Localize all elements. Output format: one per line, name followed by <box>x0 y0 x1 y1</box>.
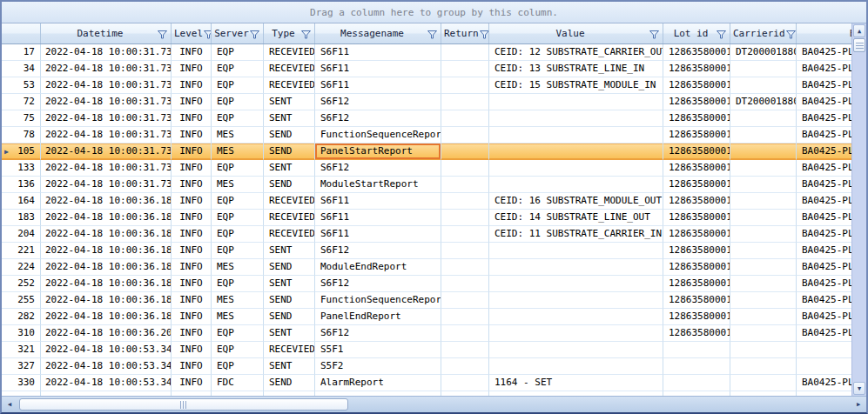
cell-return[interactable] <box>441 226 489 243</box>
cell-type[interactable]: SENT <box>264 358 315 375</box>
scroll-right-button[interactable]: ▶ <box>851 397 865 411</box>
cell-server[interactable]: EQP <box>212 210 264 226</box>
scroll-up-button[interactable]: ▲ <box>853 24 865 37</box>
cell-datetime[interactable]: 2022-04-18 10:00:31.734 <box>41 44 172 61</box>
cell-level[interactable]: INFO <box>172 358 212 375</box>
column-header-messagename[interactable]: Messagename <box>315 23 441 43</box>
cell-level[interactable]: INFO <box>172 61 212 77</box>
cell-level[interactable]: INFO <box>172 276 212 292</box>
cell-datetime[interactable]: 2022-04-18 10:00:31.734 <box>41 144 172 160</box>
cell-server[interactable]: EQP <box>212 276 264 292</box>
cell-level[interactable]: INFO <box>172 160 212 177</box>
cell-value[interactable] <box>489 127 663 144</box>
cell-datetime[interactable]: 2022-04-18 10:00:31.734 <box>41 94 172 110</box>
cell-level[interactable]: INFO <box>172 243 212 259</box>
cell-carrierid[interactable] <box>730 276 797 292</box>
cell-server[interactable]: MES <box>212 127 264 144</box>
table-row[interactable]: 2522022-04-18 10:00:36.188INFOEQPSENTS6F… <box>2 276 866 292</box>
cell-messagename[interactable]: S6F12 <box>315 325 441 342</box>
cell-type[interactable]: RECEVIED <box>264 226 315 243</box>
cell-level[interactable]: INFO <box>172 193 212 210</box>
cell-carrierid[interactable]: DT200001880 <box>730 94 797 110</box>
column-header-server[interactable]: Server <box>212 23 264 43</box>
table-row[interactable]: 2212022-04-18 10:00:36.188INFOEQPSENTS6F… <box>2 243 866 259</box>
cell-level[interactable]: INFO <box>172 144 212 160</box>
cell-value[interactable] <box>489 94 663 110</box>
table-row[interactable]: 3102022-04-18 10:00:36.203INFOEQPSENTS6F… <box>2 325 866 342</box>
cell-lotid[interactable] <box>663 358 730 375</box>
cell-lotid[interactable]: 12863580001B <box>663 259 730 276</box>
horizontal-scroll-thumb[interactable] <box>19 398 348 411</box>
cell-carrierid[interactable] <box>730 177 797 193</box>
cell-value[interactable]: CEID: 12 SUBSTRATE_CARRIER_OUT <box>489 44 663 61</box>
cell-type[interactable]: SEND <box>264 259 315 276</box>
cell-server[interactable]: EQP <box>212 44 264 61</box>
cell-value[interactable] <box>489 144 663 160</box>
cell-messagename[interactable]: S6F12 <box>315 110 441 127</box>
cell-datetime[interactable]: 2022-04-18 10:00:36.188 <box>41 243 172 259</box>
group-by-panel[interactable]: Drag a column here to group by this colu… <box>2 2 866 23</box>
cell-datetime[interactable]: 2022-04-18 10:00:36.188 <box>41 309 172 325</box>
filter-icon[interactable] <box>649 29 660 39</box>
cell-type[interactable]: SEND <box>264 127 315 144</box>
cell-messagename[interactable]: S6F12 <box>315 94 441 110</box>
cell-server[interactable]: MES <box>212 309 264 325</box>
cell-carrierid[interactable] <box>730 144 797 160</box>
cell-level[interactable]: INFO <box>172 292 212 309</box>
filter-icon[interactable] <box>300 29 312 39</box>
cell-datetime[interactable]: 2022-04-18 10:00:36.188 <box>41 259 172 276</box>
filter-icon[interactable] <box>157 29 168 39</box>
cell-server[interactable]: EQP <box>212 160 264 177</box>
cell-level[interactable]: INFO <box>172 226 212 243</box>
row-indicator-cell[interactable]: 53 <box>2 77 41 94</box>
cell-type[interactable]: RECEVIED <box>264 193 315 210</box>
cell-carrierid[interactable] <box>730 127 797 144</box>
cell-type[interactable]: SENT <box>264 276 315 292</box>
row-indicator-cell[interactable]: 164 <box>2 193 41 210</box>
cell-datetime[interactable]: 2022-04-18 10:00:53.344 <box>41 358 172 375</box>
cell-lotid[interactable]: 12863580001B <box>663 127 730 144</box>
cell-server[interactable]: EQP <box>212 342 264 358</box>
table-row[interactable]: 1332022-04-18 10:00:31.734INFOEQPSENTS6F… <box>2 160 866 177</box>
cell-return[interactable] <box>441 358 489 375</box>
cell-server[interactable]: MES <box>212 177 264 193</box>
cell-messagename[interactable]: S6F11 <box>315 44 441 61</box>
table-row[interactable]: 172022-04-18 10:00:31.734INFOEQPRECEVIED… <box>2 44 866 61</box>
row-indicator-cell[interactable]: 252 <box>2 276 41 292</box>
cell-lotid[interactable]: 12863580001B <box>663 325 730 342</box>
cell-type[interactable]: SENT <box>264 160 315 177</box>
cell-value[interactable]: CEID: 15 SUBSTRATE_MODULE_IN <box>489 77 663 94</box>
cell-messagename[interactable]: S6F11 <box>315 77 441 94</box>
column-header-lotid[interactable]: Lot id <box>663 23 730 43</box>
cell-level[interactable]: INFO <box>172 375 212 391</box>
cell-server[interactable]: EQP <box>212 358 264 375</box>
cell-datetime[interactable]: 2022-04-18 10:00:36.188 <box>41 193 172 210</box>
table-row[interactable]: 105▶2022-04-18 10:00:31.734INFOMESSENDPa… <box>2 144 866 160</box>
cell-type[interactable]: SENT <box>264 94 315 110</box>
cell-messagename[interactable]: S5F2 <box>315 358 441 375</box>
cell-return[interactable] <box>441 309 489 325</box>
cell-return[interactable] <box>441 259 489 276</box>
table-row[interactable]: 1832022-04-18 10:00:36.188INFOEQPRECEVIE… <box>2 210 866 226</box>
cell-carrierid[interactable] <box>730 160 797 177</box>
cell-lotid[interactable]: 12863580001B <box>663 110 730 127</box>
cell-messagename[interactable]: S6F12 <box>315 160 441 177</box>
cell-level[interactable]: INFO <box>172 127 212 144</box>
cell-messagename[interactable]: ModuleEndReport <box>315 259 441 276</box>
table-row[interactable]: 782022-04-18 10:00:31.734INFOMESSENDFunc… <box>2 127 866 144</box>
cell-return[interactable] <box>441 77 489 94</box>
cell-type[interactable]: SEND <box>264 375 315 391</box>
cell-carrierid[interactable] <box>730 226 797 243</box>
cell-datetime[interactable]: 2022-04-18 10:00:31.734 <box>41 177 172 193</box>
cell-level[interactable]: INFO <box>172 177 212 193</box>
cell-server[interactable]: MES <box>212 144 264 160</box>
cell-messagename[interactable]: PanelEndReport <box>315 309 441 325</box>
cell-server[interactable]: EQP <box>212 325 264 342</box>
cell-messagename[interactable]: FunctionSequenceReport <box>315 292 441 309</box>
cell-type[interactable]: RECEVIED <box>264 61 315 77</box>
cell-return[interactable] <box>441 61 489 77</box>
cell-carrierid[interactable] <box>730 292 797 309</box>
cell-value[interactable] <box>489 309 663 325</box>
row-indicator-cell[interactable]: 72 <box>2 94 41 110</box>
cell-lotid[interactable]: 12863580001B <box>663 94 730 110</box>
